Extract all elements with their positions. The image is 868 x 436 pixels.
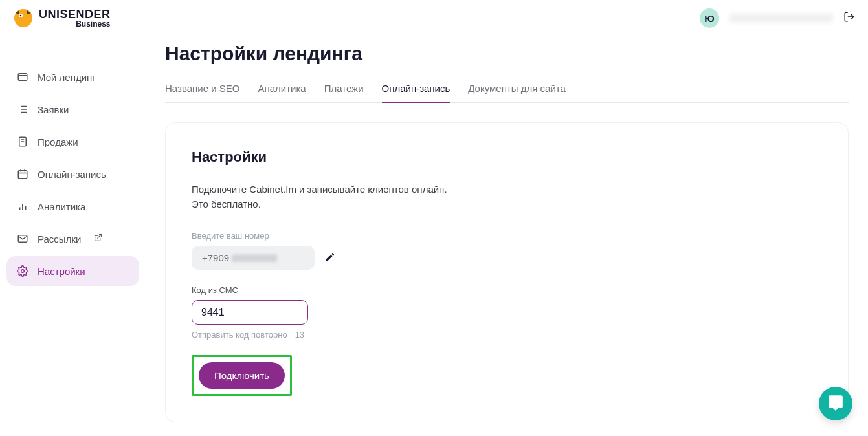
header: UNISENDER Business Ю — [0, 0, 868, 36]
logo-icon — [13, 8, 34, 28]
sidebar-item-my-landing[interactable]: Мой лендинг — [6, 62, 139, 92]
connect-button[interactable]: Подключить — [199, 362, 285, 389]
svg-line-23 — [98, 235, 102, 239]
tabs: Название и SEO Аналитика Платежи Онлайн-… — [165, 83, 849, 103]
sidebar-item-sales[interactable]: Продажи — [6, 127, 139, 157]
svg-point-0 — [14, 9, 32, 27]
brand-sub: Business — [39, 20, 111, 28]
main-content: Настройки лендинга Название и SEO Аналит… — [146, 36, 868, 436]
logo[interactable]: UNISENDER Business — [13, 8, 111, 28]
svg-rect-4 — [18, 74, 27, 81]
brand-name: UNISENDER — [39, 8, 111, 20]
page-title: Настройки лендинга — [165, 43, 849, 65]
tab-analytics[interactable]: Аналитика — [258, 83, 306, 103]
sidebar-item-label: Продажи — [38, 136, 78, 147]
phone-label: Введите ваш номер — [192, 231, 822, 241]
user-email-blurred — [729, 14, 833, 23]
settings-description: Подключите Cabinet.fm и записывайте клие… — [192, 182, 463, 212]
sidebar-item-settings[interactable]: Настройки — [6, 256, 139, 286]
chat-icon — [827, 394, 844, 413]
list-icon — [17, 104, 28, 115]
sidebar-item-label: Онлайн-запись — [38, 169, 106, 180]
resend-countdown: 13 — [295, 330, 304, 340]
sidebar-item-analytics[interactable]: Аналитика — [6, 191, 139, 221]
tab-documents[interactable]: Документы для сайта — [468, 83, 566, 103]
settings-card: Настройки Подключите Cabinet.fm и записы… — [165, 122, 849, 422]
svg-point-24 — [21, 270, 25, 273]
phone-display: +7909 — [192, 246, 315, 270]
sidebar-item-requests[interactable]: Заявки — [6, 94, 139, 124]
phone-blurred-part — [232, 254, 277, 262]
tab-name-seo[interactable]: Название и SEO — [165, 83, 239, 103]
sidebar-item-label: Настройки — [38, 266, 85, 277]
svg-point-2 — [20, 15, 22, 17]
sms-code-input[interactable] — [192, 300, 308, 325]
sidebar-item-label: Рассылки — [38, 234, 81, 245]
svg-rect-15 — [18, 171, 27, 179]
sidebar-item-label: Заявки — [38, 104, 69, 115]
sidebar-item-online-booking[interactable]: Онлайн-запись — [6, 159, 139, 189]
highlight-box: Подключить — [192, 355, 292, 396]
settings-heading: Настройки — [192, 149, 822, 166]
tab-online-booking[interactable]: Онлайн-запись — [382, 83, 451, 103]
receipt-icon — [17, 136, 28, 147]
gear-icon — [17, 265, 28, 277]
external-link-icon — [94, 234, 102, 244]
sidebar-item-label: Аналитика — [38, 201, 85, 212]
edit-phone-icon[interactable] — [325, 252, 335, 265]
avatar[interactable]: Ю — [700, 8, 719, 28]
mail-icon — [17, 233, 28, 245]
sidebar-item-mailings[interactable]: Рассылки — [6, 224, 139, 254]
sidebar: Мой лендинг Заявки Продажи Онлайн-запись… — [0, 36, 146, 436]
sidebar-item-label: Мой лендинг — [38, 72, 96, 83]
chat-widget[interactable] — [819, 387, 852, 420]
landing-icon — [17, 71, 28, 83]
logout-icon[interactable] — [843, 11, 855, 26]
bar-chart-icon — [17, 201, 28, 212]
calendar-icon — [17, 168, 28, 180]
sms-label: Код из СМС — [192, 285, 822, 295]
phone-prefix: +7909 — [202, 252, 229, 263]
tab-payments[interactable]: Платежи — [324, 83, 364, 103]
resend-text: Отправить код повторно — [192, 330, 287, 340]
